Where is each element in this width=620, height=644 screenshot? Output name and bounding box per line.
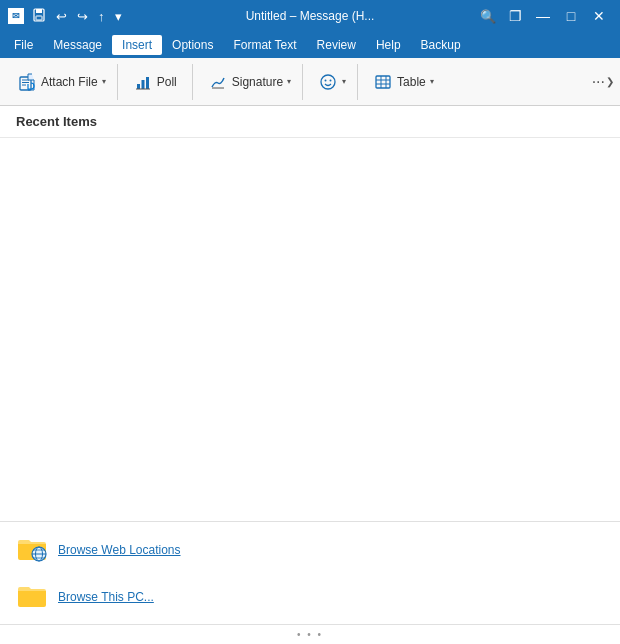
svg-rect-9	[146, 77, 149, 89]
svg-point-14	[330, 79, 332, 81]
restore-window-button[interactable]: ❐	[502, 3, 528, 29]
emoji-icon	[318, 72, 338, 92]
svg-point-12	[321, 75, 335, 89]
poll-icon	[133, 72, 153, 92]
signature-icon	[208, 72, 228, 92]
attach-file-icon	[17, 72, 37, 92]
menu-insert[interactable]: Insert	[112, 35, 162, 55]
bottom-browse-items: Browse Web Locations Browse This PC...	[0, 521, 620, 624]
ribbon-separator-1	[117, 64, 118, 100]
menu-file[interactable]: File	[4, 35, 43, 55]
attach-file-dropdown-icon: ▾	[102, 77, 106, 86]
ribbon-separator-4	[357, 64, 358, 100]
window-controls: 🔍 ❐ — □ ✕	[476, 3, 612, 29]
table-dropdown-icon: ▾	[430, 77, 434, 86]
upload-button[interactable]: ↑	[94, 8, 109, 25]
poll-button[interactable]: Poll	[124, 67, 186, 97]
menu-review[interactable]: Review	[307, 35, 366, 55]
menu-help[interactable]: Help	[366, 35, 411, 55]
recent-items-title: Recent Items	[16, 114, 97, 129]
title-bar-left: ✉ ↩ ↪ ↑ ▾	[8, 6, 126, 26]
recent-items-header: Recent Items	[0, 106, 620, 138]
search-button[interactable]: 🔍	[476, 8, 500, 25]
emoji-dropdown-icon: ▾	[342, 77, 346, 86]
browse-pc-label: Browse This PC...	[58, 590, 154, 604]
browse-web-icon	[16, 534, 48, 565]
ribbon-collapse-button[interactable]: ❯	[600, 58, 620, 105]
quick-access-dropdown[interactable]: ▾	[111, 8, 126, 25]
minimize-button[interactable]: —	[530, 3, 556, 29]
table-button[interactable]: Table ▾	[364, 67, 439, 97]
app-icon: ✉	[8, 8, 24, 24]
table-label: Table	[397, 75, 426, 89]
quick-access-toolbar: ↩ ↪ ↑ ▾	[28, 6, 126, 26]
save-button[interactable]	[28, 6, 50, 26]
chevron-right-icon: ❯	[606, 76, 614, 87]
table-icon	[373, 72, 393, 92]
title-bar: ✉ ↩ ↪ ↑ ▾ Untitled – Message (H... 🔍 ❐ —…	[0, 0, 620, 32]
svg-rect-1	[36, 9, 42, 13]
svg-point-13	[325, 79, 327, 81]
attach-file-label: Attach File	[41, 75, 98, 89]
poll-label: Poll	[157, 75, 177, 89]
browse-web-label: Browse Web Locations	[58, 543, 181, 557]
maximize-button[interactable]: □	[558, 3, 584, 29]
menu-bar: File Message Insert Options Format Text …	[0, 32, 620, 58]
signature-label: Signature	[232, 75, 283, 89]
close-button[interactable]: ✕	[586, 3, 612, 29]
ribbon: Attach File ▾ Poll Signature ▾	[0, 58, 620, 106]
window-title: Untitled – Message (H...	[246, 9, 375, 23]
content-area: Recent Items Browse Web Locations	[0, 106, 620, 624]
recent-items-list[interactable]	[0, 138, 620, 521]
ribbon-separator-2	[192, 64, 193, 100]
status-bar: • • •	[0, 624, 620, 644]
ribbon-separator-3	[302, 64, 303, 100]
svg-rect-8	[141, 80, 144, 89]
undo-button[interactable]: ↩	[52, 8, 71, 25]
menu-backup[interactable]: Backup	[411, 35, 471, 55]
menu-message[interactable]: Message	[43, 35, 112, 55]
svg-rect-15	[376, 76, 390, 88]
attach-file-button[interactable]: Attach File ▾	[8, 67, 111, 97]
menu-options[interactable]: Options	[162, 35, 223, 55]
status-dots: • • •	[297, 629, 323, 640]
browse-this-pc-item[interactable]: Browse This PC...	[0, 573, 620, 620]
svg-rect-7	[137, 84, 140, 89]
browse-web-locations-item[interactable]: Browse Web Locations	[0, 526, 620, 573]
signature-dropdown-icon: ▾	[287, 77, 291, 86]
signature-button[interactable]: Signature ▾	[199, 67, 296, 97]
emoji-button[interactable]: ▾	[309, 67, 351, 97]
redo-button[interactable]: ↪	[73, 8, 92, 25]
svg-rect-2	[36, 16, 42, 20]
menu-format-text[interactable]: Format Text	[223, 35, 306, 55]
browse-pc-icon	[16, 581, 48, 612]
